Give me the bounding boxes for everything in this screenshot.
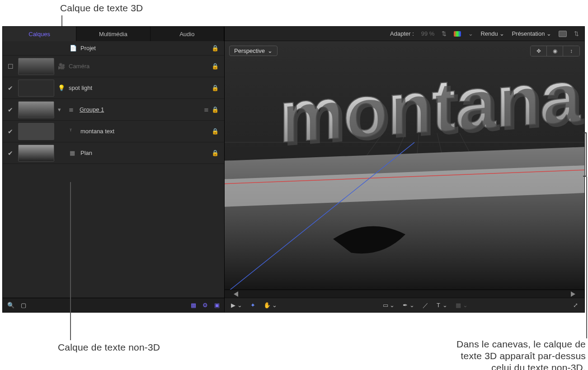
row-group1[interactable]: ✔ ▾ ≣ Groupe 1 ≣ 🔒 [3,99,224,121]
annotation-bottom-right: Dans le canevas, le calque de texte 3D a… [456,338,586,370]
checkbox-spotlight[interactable]: ✔ [3,84,18,92]
light-icon: 💡 [58,84,65,91]
gear-icon[interactable]: ⚙ [202,302,208,309]
checkbox-group1[interactable]: ✔ [3,106,18,113]
camera-icon: 🎥 [58,63,65,70]
row-project-label: Projet [80,45,96,52]
rect-tool[interactable]: ▭ ⌄ [383,302,395,309]
search-icon[interactable]: 🔍 [7,302,14,309]
camera-perspective-menu[interactable]: Perspective ⌄ [229,46,278,56]
chevron-down-icon: ⌄ [268,47,273,54]
checkbox-montana[interactable]: ✔ [3,128,18,135]
3d-text-icon: ᵀ [70,128,77,135]
bracket-top [583,132,587,133]
callout-line-bottom-left [70,182,71,340]
canvas-horizontal-scroll[interactable] [225,290,584,298]
row-group1-label: Groupe 1 [80,106,104,113]
chevron-down-icon[interactable]: ⇅ [574,30,579,37]
app-window: Calques Multimédia Audio 📄 Projet 🔒 ☐ 🎥 … [2,26,585,313]
fit-label: Adapter : [390,30,414,37]
thumb-group1 [18,101,54,118]
lock-icon[interactable]: 🔒 [202,128,224,135]
thumb-camera [18,58,54,75]
scene-3d: montana montana [225,41,584,290]
canvas-topbar: Adapter : 99 % ⇅ ⌄ Rendu ⌄ Présentation … [225,27,584,41]
tab-audio[interactable]: Audio [151,27,224,41]
bracket-vertical [586,132,587,177]
lock-icon[interactable]: 🔒 [212,106,219,113]
pan-view-button[interactable]: ✥ [531,46,547,56]
mask-tool[interactable]: ▦ ⌄ [456,302,468,309]
dolly-view-button[interactable]: ↕ [563,46,579,56]
text-tool[interactable]: T ⌄ [437,302,447,309]
row-plan-label: Plan [80,150,92,156]
canvas-panel: Adapter : 99 % ⇅ ⌄ Rendu ⌄ Présentation … [225,27,584,312]
orbit-view-button[interactable]: ◉ [547,46,563,56]
left-panel: Calques Multimédia Audio 📄 Projet 🔒 ☐ 🎥 … [3,27,225,312]
chevron-down-icon[interactable]: ⌄ [468,30,473,37]
row-spotlight-label: spot light [69,84,92,91]
thumb-plan [18,145,54,162]
group-icon: ≣ [69,106,76,113]
lock-icon[interactable]: 🔒 [202,45,224,52]
tab-media[interactable]: Multimédia [76,27,150,41]
thumb-spotlight [18,80,54,97]
row-montana-label: montana text [80,128,114,135]
row-montana[interactable]: ✔ ᵀ montana text 🔒 [3,121,224,142]
pan-tool[interactable]: ✋ ⌄ [263,302,278,309]
3d-transform-tool[interactable]: ✦ [250,302,255,309]
annotation-bottom-left: Calque de texte non-3D [58,342,160,353]
brush-tool[interactable]: ／ [423,301,428,309]
zoom-value[interactable]: 99 % [421,30,435,37]
color-channel-swatch[interactable] [454,31,461,37]
panel-tabs: Calques Multimédia Audio [3,27,224,41]
perspective-label: Perspective [234,47,265,54]
preview-icon[interactable]: ▣ [214,302,220,309]
annotation-top: Calque de texte 3D [60,3,143,14]
checkbox-camera[interactable]: ☐ [3,63,18,70]
callout-line-bottom-right [586,177,587,338]
lock-icon[interactable]: 🔒 [202,150,224,156]
canvas-bottom-toolbar: ▶ ⌄ ✦ ✋ ⌄ ▭ ⌄ ✒ ⌄ ／ T ⌄ ▦ ⌄ ⤢ [225,298,584,312]
layers-icon: ≣ [204,106,209,113]
lock-icon[interactable]: 🔒 [202,63,224,70]
row-plan[interactable]: ✔ ▦ Plan 🔒 [3,142,224,164]
row-camera-label: Caméra [69,63,89,70]
render-menu[interactable]: Rendu ⌄ [480,30,504,37]
project-icon: 📄 [70,45,77,52]
row-camera[interactable]: ☐ 🎥 Caméra 🔒 [3,56,224,77]
view-button-group: ✥ ◉ ↕ [530,46,580,56]
zoom-stepper-icon[interactable]: ⇅ [442,30,447,37]
expand-icon[interactable]: ⤢ [573,302,578,309]
tab-layers[interactable]: Calques [3,27,76,41]
left-footer: 🔍 ▢ ▩ ⚙ ▣ [3,298,224,312]
row-project[interactable]: 📄 Projet 🔒 [3,41,224,56]
color-well[interactable] [559,31,567,37]
canvas-viewport[interactable]: montana montana Perspective ⌄ ✥ ◉ ↕ [225,41,584,290]
disclosure-icon[interactable]: ▾ [58,106,65,113]
layer-list: 📄 Projet 🔒 ☐ 🎥 Caméra 🔒 ✔ 💡 s [3,41,224,298]
pen-tool[interactable]: ✒ ⌄ [403,302,414,309]
lock-icon[interactable]: 🔒 [202,84,224,91]
frame-icon[interactable]: ▢ [21,302,26,309]
checker-icon[interactable]: ▩ [191,302,196,309]
clip-icon: ▦ [70,150,77,156]
arrow-tool[interactable]: ▶ ⌄ [231,302,242,309]
thumb-montana [18,123,54,140]
view-menu[interactable]: Présentation ⌄ [512,30,551,37]
row-spotlight[interactable]: ✔ 💡 spot light 🔒 [3,77,224,99]
checkbox-plan[interactable]: ✔ [3,150,18,157]
